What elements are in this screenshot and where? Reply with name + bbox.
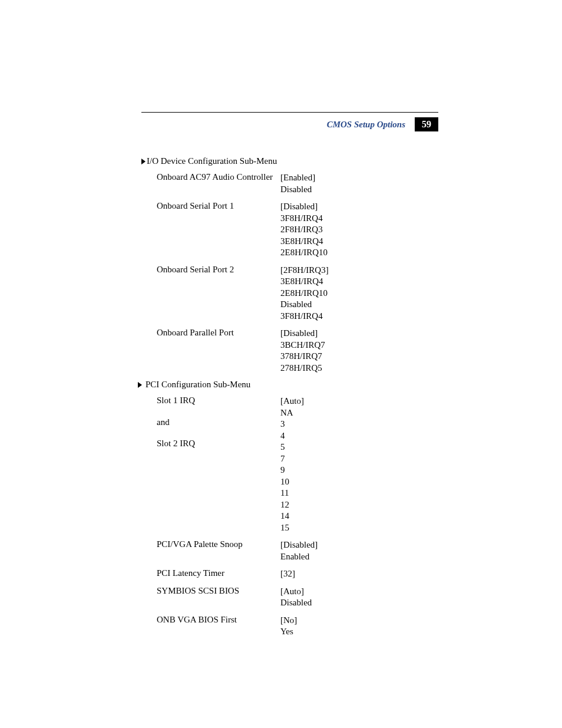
setting-values: [Auto] Disabled	[280, 586, 438, 609]
setting-label: Slot 1 IRQ and Slot 2 IRQ	[157, 396, 280, 449]
submenu-pci-config: PCI Configuration Sub-Menu	[138, 380, 438, 390]
setting-row: Onboard Serial Port 1 [Disabled] 3F8H/IR…	[157, 201, 438, 259]
submenu-io-device: I/O Device Configuration Sub-Menu	[141, 156, 438, 166]
setting-row: Onboard Serial Port 2 [2F8H/IRQ3] 3E8H/I…	[157, 265, 438, 322]
setting-values: [Disabled] 3BCH/IRQ7 378H/IRQ7 278H/IRQ5	[280, 328, 438, 374]
setting-row: SYMBIOS SCSI BIOS [Auto] Disabled	[157, 586, 438, 609]
setting-row: Onboard AC97 Audio Controller [Enabled] …	[157, 172, 438, 195]
submenu-label: PCI Configuration Sub-Menu	[146, 380, 250, 390]
header-title: CMOS Setup Options	[327, 120, 405, 130]
page-header: CMOS Setup Options 59	[141, 117, 438, 131]
setting-label: Onboard AC97 Audio Controller	[157, 172, 280, 182]
setting-values: [Enabled] Disabled	[280, 172, 438, 195]
setting-row: PCI/VGA Palette Snoop [Disabled] Enabled	[157, 539, 438, 562]
submenu-label: I/O Device Configuration Sub-Menu	[147, 156, 277, 166]
setting-label: Onboard Serial Port 2	[157, 265, 280, 275]
setting-label: Onboard Serial Port 1	[157, 201, 280, 211]
triangle-icon	[138, 382, 142, 388]
setting-row: ONB VGA BIOS First [No] Yes	[157, 615, 438, 638]
setting-label: Onboard Parallel Port	[157, 328, 280, 338]
setting-values: [No] Yes	[280, 615, 438, 638]
setting-row: Onboard Parallel Port [Disabled] 3BCH/IR…	[157, 328, 438, 374]
page-number: 59	[415, 117, 438, 131]
setting-label: ONB VGA BIOS First	[157, 615, 280, 625]
setting-row: PCI Latency Timer [32]	[157, 568, 438, 580]
setting-label: PCI Latency Timer	[157, 568, 280, 578]
setting-label: PCI/VGA Palette Snoop	[157, 539, 280, 549]
setting-row: Slot 1 IRQ and Slot 2 IRQ [Auto] NA 3 4 …	[157, 396, 438, 533]
setting-label: SYMBIOS SCSI BIOS	[157, 586, 280, 596]
setting-values: [32]	[280, 568, 438, 580]
setting-values: [2F8H/IRQ3] 3E8H/IRQ4 2E8H/IRQ10 Disable…	[280, 265, 438, 322]
setting-values: [Disabled] Enabled	[280, 539, 438, 562]
setting-values: [Disabled] 3F8H/IRQ4 2F8H/IRQ3 3E8H/IRQ4…	[280, 201, 438, 259]
setting-values: [Auto] NA 3 4 5 7 9 10 11 12 14 15	[280, 396, 438, 533]
triangle-icon	[141, 159, 146, 164]
